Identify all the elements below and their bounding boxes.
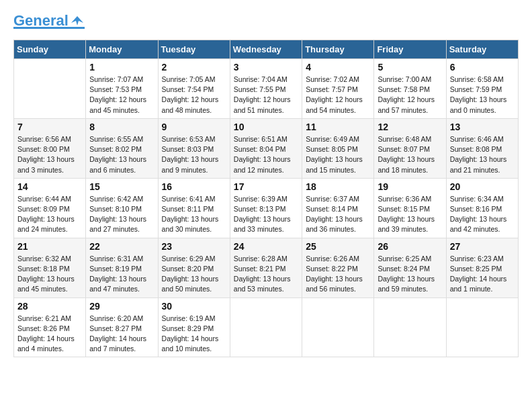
week-row-3: 14Sunrise: 6:44 AM Sunset: 8:09 PM Dayli…	[14, 178, 519, 238]
day-cell	[230, 298, 302, 357]
day-number: 14	[17, 181, 82, 192]
day-number: 11	[306, 122, 370, 132]
day-info: Sunrise: 6:25 AM Sunset: 8:24 PM Dayligh…	[378, 254, 442, 295]
day-cell: 3Sunrise: 7:04 AM Sunset: 7:55 PM Daylig…	[230, 59, 302, 119]
day-cell: 15Sunrise: 6:42 AM Sunset: 8:10 PM Dayli…	[86, 178, 158, 238]
day-info: Sunrise: 6:46 AM Sunset: 8:08 PM Dayligh…	[450, 134, 515, 175]
day-number: 20	[450, 181, 515, 192]
day-info: Sunrise: 6:48 AM Sunset: 8:07 PM Dayligh…	[378, 134, 442, 175]
day-info: Sunrise: 6:32 AM Sunset: 8:18 PM Dayligh…	[17, 254, 82, 295]
day-number: 13	[450, 122, 515, 132]
day-cell: 19Sunrise: 6:36 AM Sunset: 8:15 PM Dayli…	[374, 178, 446, 238]
day-info: Sunrise: 6:44 AM Sunset: 8:09 PM Dayligh…	[17, 194, 82, 235]
day-number: 21	[17, 241, 82, 252]
day-number: 19	[378, 181, 442, 192]
day-cell: 17Sunrise: 6:39 AM Sunset: 8:13 PM Dayli…	[230, 178, 302, 238]
day-cell: 8Sunrise: 6:55 AM Sunset: 8:02 PM Daylig…	[86, 118, 158, 178]
header-row: SundayMondayTuesdayWednesdayThursdayFrid…	[14, 40, 519, 59]
day-info: Sunrise: 6:26 AM Sunset: 8:22 PM Dayligh…	[306, 254, 370, 295]
day-info: Sunrise: 6:20 AM Sunset: 8:27 PM Dayligh…	[89, 314, 154, 355]
column-header-saturday: Saturday	[446, 40, 518, 59]
day-cell: 5Sunrise: 7:00 AM Sunset: 7:58 PM Daylig…	[374, 59, 446, 119]
column-header-monday: Monday	[86, 40, 158, 59]
day-info: Sunrise: 6:19 AM Sunset: 8:29 PM Dayligh…	[162, 314, 226, 355]
day-info: Sunrise: 7:02 AM Sunset: 7:57 PM Dayligh…	[306, 75, 370, 116]
day-cell: 10Sunrise: 6:51 AM Sunset: 8:04 PM Dayli…	[230, 118, 302, 178]
day-number: 9	[162, 122, 226, 132]
logo-bird-icon	[70, 13, 85, 28]
day-number: 29	[89, 301, 154, 312]
day-number: 25	[306, 241, 370, 252]
day-number: 2	[162, 62, 226, 73]
day-number: 6	[450, 62, 515, 73]
calendar-table: SundayMondayTuesdayWednesdayThursdayFrid…	[13, 40, 519, 357]
day-info: Sunrise: 6:34 AM Sunset: 8:16 PM Dayligh…	[450, 194, 515, 235]
day-info: Sunrise: 7:07 AM Sunset: 7:53 PM Dayligh…	[89, 75, 154, 116]
day-number: 8	[89, 122, 154, 132]
day-number: 7	[17, 122, 82, 132]
day-number: 17	[234, 181, 298, 192]
day-info: Sunrise: 6:36 AM Sunset: 8:15 PM Dayligh…	[378, 194, 442, 235]
day-cell: 21Sunrise: 6:32 AM Sunset: 8:18 PM Dayli…	[14, 238, 86, 298]
day-number: 3	[234, 62, 298, 73]
day-info: Sunrise: 6:58 AM Sunset: 7:59 PM Dayligh…	[450, 75, 515, 116]
day-info: Sunrise: 6:37 AM Sunset: 8:14 PM Dayligh…	[306, 194, 370, 235]
day-info: Sunrise: 6:23 AM Sunset: 8:25 PM Dayligh…	[450, 254, 515, 295]
day-cell: 14Sunrise: 6:44 AM Sunset: 8:09 PM Dayli…	[14, 178, 86, 238]
day-cell: 30Sunrise: 6:19 AM Sunset: 8:29 PM Dayli…	[158, 298, 230, 357]
day-info: Sunrise: 6:49 AM Sunset: 8:05 PM Dayligh…	[306, 134, 370, 175]
day-number: 24	[234, 241, 298, 252]
day-info: Sunrise: 7:04 AM Sunset: 7:55 PM Dayligh…	[234, 75, 298, 116]
day-cell: 13Sunrise: 6:46 AM Sunset: 8:08 PM Dayli…	[446, 118, 518, 178]
day-info: Sunrise: 6:56 AM Sunset: 8:00 PM Dayligh…	[17, 134, 82, 175]
day-info: Sunrise: 6:39 AM Sunset: 8:13 PM Dayligh…	[234, 194, 298, 235]
day-cell: 4Sunrise: 7:02 AM Sunset: 7:57 PM Daylig…	[302, 59, 374, 119]
day-number: 10	[234, 122, 298, 132]
column-header-thursday: Thursday	[302, 40, 374, 59]
day-cell: 18Sunrise: 6:37 AM Sunset: 8:14 PM Dayli…	[302, 178, 374, 238]
day-cell: 7Sunrise: 6:56 AM Sunset: 8:00 PM Daylig…	[14, 118, 86, 178]
day-number: 4	[306, 62, 370, 73]
day-cell: 12Sunrise: 6:48 AM Sunset: 8:07 PM Dayli…	[374, 118, 446, 178]
logo: General	[13, 13, 85, 29]
calendar-body: 1Sunrise: 7:07 AM Sunset: 7:53 PM Daylig…	[14, 59, 519, 357]
column-header-wednesday: Wednesday	[230, 40, 302, 59]
day-cell	[302, 298, 374, 357]
day-number: 1	[89, 62, 154, 73]
day-cell	[446, 298, 518, 357]
calendar-header: SundayMondayTuesdayWednesdayThursdayFrid…	[14, 40, 519, 59]
day-info: Sunrise: 6:28 AM Sunset: 8:21 PM Dayligh…	[234, 254, 298, 295]
day-info: Sunrise: 7:05 AM Sunset: 7:54 PM Dayligh…	[162, 75, 226, 116]
column-header-sunday: Sunday	[14, 40, 86, 59]
day-cell: 1Sunrise: 7:07 AM Sunset: 7:53 PM Daylig…	[86, 59, 158, 119]
day-cell	[14, 59, 86, 119]
svg-marker-0	[71, 16, 83, 26]
day-cell: 29Sunrise: 6:20 AM Sunset: 8:27 PM Dayli…	[86, 298, 158, 357]
day-number: 23	[162, 241, 226, 252]
column-header-friday: Friday	[374, 40, 446, 59]
header: General	[13, 13, 519, 29]
day-info: Sunrise: 6:29 AM Sunset: 8:20 PM Dayligh…	[162, 254, 226, 295]
day-number: 26	[378, 241, 442, 252]
day-info: Sunrise: 7:00 AM Sunset: 7:58 PM Dayligh…	[378, 75, 442, 116]
day-cell: 25Sunrise: 6:26 AM Sunset: 8:22 PM Dayli…	[302, 238, 374, 298]
day-info: Sunrise: 6:21 AM Sunset: 8:26 PM Dayligh…	[17, 314, 82, 355]
day-cell: 16Sunrise: 6:41 AM Sunset: 8:11 PM Dayli…	[158, 178, 230, 238]
week-row-5: 28Sunrise: 6:21 AM Sunset: 8:26 PM Dayli…	[14, 298, 519, 357]
day-cell: 27Sunrise: 6:23 AM Sunset: 8:25 PM Dayli…	[446, 238, 518, 298]
day-info: Sunrise: 6:41 AM Sunset: 8:11 PM Dayligh…	[162, 194, 226, 235]
week-row-1: 1Sunrise: 7:07 AM Sunset: 7:53 PM Daylig…	[14, 59, 519, 119]
week-row-4: 21Sunrise: 6:32 AM Sunset: 8:18 PM Dayli…	[14, 238, 519, 298]
day-cell: 20Sunrise: 6:34 AM Sunset: 8:16 PM Dayli…	[446, 178, 518, 238]
day-number: 18	[306, 181, 370, 192]
day-info: Sunrise: 6:31 AM Sunset: 8:19 PM Dayligh…	[89, 254, 154, 295]
day-info: Sunrise: 6:42 AM Sunset: 8:10 PM Dayligh…	[89, 194, 154, 235]
day-info: Sunrise: 6:51 AM Sunset: 8:04 PM Dayligh…	[234, 134, 298, 175]
day-cell: 6Sunrise: 6:58 AM Sunset: 7:59 PM Daylig…	[446, 59, 518, 119]
day-number: 5	[378, 62, 442, 73]
day-info: Sunrise: 6:55 AM Sunset: 8:02 PM Dayligh…	[89, 134, 154, 175]
column-header-tuesday: Tuesday	[158, 40, 230, 59]
day-cell: 2Sunrise: 7:05 AM Sunset: 7:54 PM Daylig…	[158, 59, 230, 119]
day-cell: 26Sunrise: 6:25 AM Sunset: 8:24 PM Dayli…	[374, 238, 446, 298]
week-row-2: 7Sunrise: 6:56 AM Sunset: 8:00 PM Daylig…	[14, 118, 519, 178]
